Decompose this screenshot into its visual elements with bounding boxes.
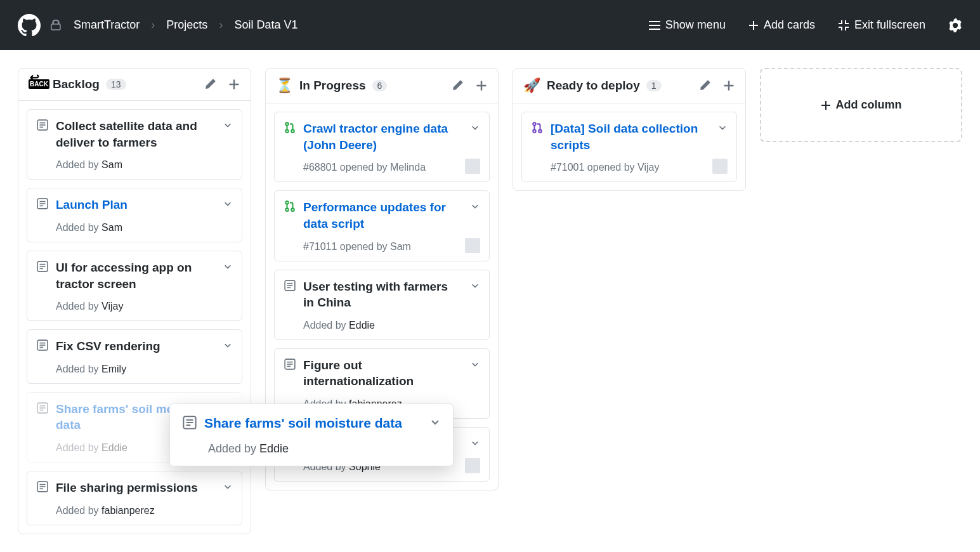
card-title: Launch Plan xyxy=(56,197,212,213)
dragging-card[interactable]: Share farms' soil moisture data Added by… xyxy=(169,404,454,466)
breadcrumb: SmartTractor › Projects › Soil Data V1 xyxy=(51,18,297,32)
avatar xyxy=(465,238,480,253)
plus-icon[interactable] xyxy=(475,79,488,92)
svg-point-56 xyxy=(533,129,536,133)
column-actions xyxy=(700,79,735,92)
note-icon xyxy=(284,280,296,291)
exit-fullscreen-label: Exit fullscreen xyxy=(854,18,925,32)
add-column-label: Add column xyxy=(836,98,902,112)
github-logo-icon[interactable] xyxy=(18,14,41,37)
card[interactable]: File sharing permissionsAdded by fabianp… xyxy=(27,471,242,525)
exit-fullscreen-button[interactable]: Exit fullscreen xyxy=(838,18,925,32)
note-icon xyxy=(183,416,197,430)
chevron-down-icon[interactable] xyxy=(223,262,232,271)
card-title: File sharing permissions xyxy=(56,480,212,496)
chevron-down-icon[interactable] xyxy=(471,281,480,290)
card-title: Fix CSV rendering xyxy=(56,338,212,355)
column-title: In Progress xyxy=(299,79,366,93)
chevron-down-icon[interactable] xyxy=(223,121,232,129)
column-actions xyxy=(205,78,240,91)
card-title: UI for accessing app on tractor screen xyxy=(56,260,212,292)
card-title: [Data] Soil data collection scripts xyxy=(551,121,707,153)
svg-point-35 xyxy=(291,129,294,133)
top-header: SmartTractor › Projects › Soil Data V1 S… xyxy=(0,0,980,50)
show-menu-button[interactable]: Show menu xyxy=(649,18,726,32)
card[interactable]: Crawl tractor engine data (John Deere)#6… xyxy=(274,112,490,182)
pencil-icon[interactable] xyxy=(700,79,711,91)
note-icon xyxy=(37,119,48,131)
card[interactable]: Collect satellite data and deliver to fa… xyxy=(27,109,242,180)
column-count: 1 xyxy=(646,80,662,91)
pull-request-icon xyxy=(284,200,296,212)
chevron-down-icon[interactable] xyxy=(223,482,232,491)
chevron-down-icon[interactable] xyxy=(471,360,480,369)
cards-list: [Data] Soil data collection scripts#7100… xyxy=(513,103,745,190)
breadcrumb-project-name[interactable]: Soil Data V1 xyxy=(234,18,297,32)
add-cards-button[interactable]: Add cards xyxy=(748,18,815,32)
exit-fullscreen-icon xyxy=(838,20,849,31)
svg-point-33 xyxy=(285,122,289,126)
card-meta: Added by fabianperez xyxy=(37,505,232,516)
card-title: Performance updates for data script xyxy=(303,199,459,232)
card-meta: Added by Emily xyxy=(37,364,232,375)
chevron-down-icon[interactable] xyxy=(718,123,727,132)
chevron-down-icon[interactable] xyxy=(223,341,232,350)
card-meta: #71011 opened by Sam xyxy=(284,241,480,253)
cards-list: Collect satellite data and deliver to fa… xyxy=(18,101,251,534)
note-icon xyxy=(37,481,48,492)
header-left: SmartTractor › Projects › Soil Data V1 xyxy=(18,14,649,37)
card[interactable]: Fix CSV renderingAdded by Emily xyxy=(27,329,242,384)
gear-icon[interactable] xyxy=(948,18,962,32)
card-meta: Added by Vijay xyxy=(37,301,232,312)
card[interactable]: Performance updates for data script#7101… xyxy=(274,190,490,261)
pull-request-icon xyxy=(284,122,296,133)
note-icon xyxy=(37,198,48,209)
column-count: 13 xyxy=(106,79,126,90)
card-title: Share farms' soil moisture data xyxy=(204,414,419,432)
pull-request-icon xyxy=(532,122,543,133)
avatar xyxy=(712,159,728,174)
board: BACKBacklog13Collect satellite data and … xyxy=(0,50,980,552)
card[interactable]: User testing with farmers in ChinaAdded … xyxy=(274,270,490,340)
lock-icon xyxy=(51,20,61,31)
chevron-down-icon[interactable] xyxy=(223,199,232,208)
column-header: 🚀Ready to deploy1 xyxy=(513,69,745,103)
pencil-icon[interactable] xyxy=(452,79,464,91)
card-title: Figure out internationalization xyxy=(303,357,459,390)
chevron-down-icon[interactable] xyxy=(471,202,480,211)
svg-point-37 xyxy=(285,201,289,204)
column-title: Backlog xyxy=(53,77,100,91)
svg-point-38 xyxy=(285,209,289,212)
menu-icon xyxy=(649,21,660,30)
note-icon xyxy=(37,339,48,351)
note-icon xyxy=(284,358,296,370)
plus-icon[interactable] xyxy=(228,78,240,91)
chevron-down-icon[interactable] xyxy=(471,438,480,447)
show-menu-label: Show menu xyxy=(665,18,726,32)
card-title: Collect satellite data and deliver to fa… xyxy=(56,118,212,150)
breadcrumb-repo[interactable]: SmartTractor xyxy=(74,18,140,32)
pencil-icon[interactable] xyxy=(205,78,216,89)
chevron-down-icon[interactable] xyxy=(471,123,480,132)
column-header: BACKBacklog13 xyxy=(18,69,251,101)
column: 🚀Ready to deploy1[Data] Soil data collec… xyxy=(513,68,746,191)
card[interactable]: Launch PlanAdded by Sam xyxy=(27,188,242,242)
avatar xyxy=(465,458,480,473)
avatar xyxy=(465,159,480,174)
chevron-down-icon[interactable] xyxy=(430,417,440,427)
plus-icon[interactable] xyxy=(722,79,735,92)
breadcrumb-projects[interactable]: Projects xyxy=(166,18,207,32)
card[interactable]: [Data] Soil data collection scripts#7100… xyxy=(521,112,737,182)
note-icon xyxy=(37,261,48,272)
card-meta: Added by Eddie xyxy=(284,320,480,331)
card-meta: Added by Eddie xyxy=(183,442,440,456)
svg-point-55 xyxy=(533,122,536,126)
note-icon xyxy=(37,402,48,414)
add-column-button[interactable]: Add column xyxy=(760,68,962,142)
card[interactable]: UI for accessing app on tractor screenAd… xyxy=(27,251,242,321)
add-cards-label: Add cards xyxy=(764,18,815,32)
back-emoji-icon: BACK xyxy=(29,77,46,91)
plus-icon xyxy=(748,20,759,30)
svg-point-34 xyxy=(285,129,289,133)
card-title: User testing with farmers in China xyxy=(303,279,459,311)
